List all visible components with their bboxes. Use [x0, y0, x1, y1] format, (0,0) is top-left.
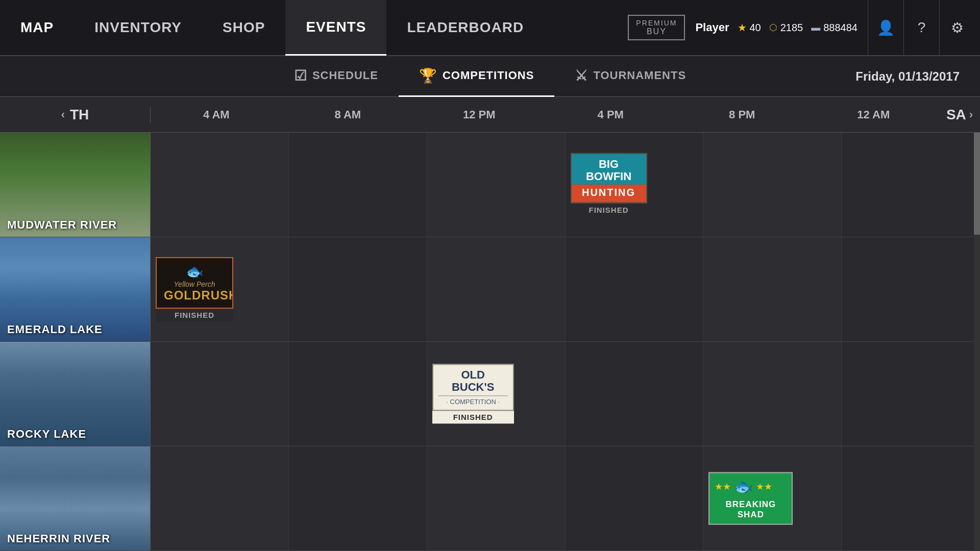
grid-cell — [289, 342, 427, 446]
player-stats: ★ 40 ⬡ 2185 ▬ 888484 — [738, 21, 858, 34]
location-row-mudwater: MUDWATER RIVER BIGBOWFIN HU — [0, 133, 980, 237]
location-row-emerald: EMERALD LAKE 🐟 Yellow Perch GOLDRUSH — [0, 237, 980, 342]
day-header: ‹ TH 4 AM 8 AM 12 PM 4 PM 8 PM 12 AM SA … — [0, 97, 980, 133]
bowfin-status: FINISHED — [571, 204, 647, 216]
grid-cell — [289, 133, 427, 237]
oldbuck-card[interactable]: OLDBUCK'S · COMPETITION · — [432, 364, 514, 411]
grid-cell — [842, 342, 980, 446]
time-4pm: 4 PM — [545, 108, 677, 121]
stat-stars: ★ 40 — [738, 21, 761, 34]
mudwater-thumb: MUDWATER RIVER — [0, 133, 151, 237]
competitions-icon: 🏆 — [419, 67, 437, 84]
rocky-thumb: ROCKY LAKE — [0, 342, 151, 446]
mudwater-bg: MUDWATER RIVER — [0, 133, 150, 237]
grid-cell — [566, 237, 704, 341]
time-headers: 4 AM 8 AM 12 PM 4 PM 8 PM 12 AM — [151, 108, 939, 121]
goldrush-status: FINISHED — [156, 309, 233, 321]
current-date: Friday, 01/13/2017 — [855, 69, 960, 84]
next-day-label: SA — [946, 107, 966, 123]
emerald-grid: 🐟 Yellow Perch GOLDRUSH FINISHED — [151, 237, 980, 341]
next-arrow[interactable]: › — [969, 108, 973, 121]
goldrush-inner: 🐟 Yellow Perch GOLDRUSH — [157, 258, 232, 308]
friends-icon[interactable]: 👤 — [868, 0, 903, 56]
bowfin-card[interactable]: BIGBOWFIN HUNTING — [571, 153, 647, 204]
event-bowfin[interactable]: BIGBOWFIN HUNTING FINISHED — [571, 153, 647, 216]
grid-cell — [427, 133, 566, 237]
tab-schedule[interactable]: ☑ SCHEDULE — [274, 56, 399, 97]
neherrin-grid: ★★ 🐟 ★★ BREAKING SHAD — [151, 446, 980, 550]
nav-shop[interactable]: SHOP — [202, 0, 285, 56]
grid-cell — [289, 237, 427, 341]
nav-inventory[interactable]: INVENTORY — [74, 0, 202, 56]
shad-stars: ★★ — [715, 481, 731, 492]
sub-nav-menu: ☑ SCHEDULE 🏆 COMPETITIONS ⚔ TOURNAMENTS — [0, 56, 980, 97]
prev-arrow[interactable]: ‹ — [61, 108, 65, 121]
bowfin-bottom: HUNTING — [572, 185, 646, 203]
tab-tournaments[interactable]: ⚔ TOURNAMENTS — [554, 56, 706, 97]
oldbuck-title: OLDBUCK'S — [438, 369, 508, 393]
bowfin-title-big: BIGBOWFIN — [577, 158, 641, 183]
time-8pm: 8 PM — [676, 108, 808, 121]
help-icon[interactable]: ? — [903, 0, 939, 56]
competitions-label: COMPETITIONS — [443, 69, 534, 82]
oldbuck-sub: · COMPETITION · — [438, 396, 508, 406]
grid-cell — [566, 446, 704, 550]
premium-label: PREMIUM — [636, 19, 677, 27]
location-row-neherrin: NEHERRIN RIVER ★★ 🐟 ★★ — [0, 446, 980, 551]
goldrush-fish-icon: 🐟 — [164, 263, 225, 280]
player-info: Player ★ 40 ⬡ 2185 ▬ 888484 — [695, 21, 857, 34]
rocky-grid: OLDBUCK'S · COMPETITION · FINISHED — [151, 342, 980, 446]
premium-button[interactable]: PREMIUM BUY — [628, 15, 685, 40]
settings-icon[interactable]: ⚙ — [939, 0, 975, 56]
grid-cell — [427, 237, 566, 341]
event-breakingshad[interactable]: ★★ 🐟 ★★ BREAKING SHAD — [708, 472, 793, 525]
tournaments-icon: ⚔ — [575, 67, 588, 84]
tournaments-label: TOURNAMENTS — [593, 69, 686, 82]
emerald-name: EMERALD LAKE — [7, 323, 103, 336]
shad-stars-right: ★★ — [756, 481, 772, 492]
mudwater-grid: BIGBOWFIN HUNTING FINISHED — [151, 133, 980, 237]
current-day-label: TH — [70, 107, 89, 123]
bowfin-hunt-label: HUNTING — [577, 187, 641, 198]
mudwater-name: MUDWATER RIVER — [7, 218, 117, 232]
grid-cell — [842, 237, 980, 341]
oldbuck-status: FINISHED — [432, 411, 514, 424]
breakingshad-title: BREAKING SHAD — [709, 499, 792, 524]
time-12pm: 12 PM — [413, 108, 545, 121]
top-navigation: MAP INVENTORY SHOP EVENTS LEADERBOARD PR… — [0, 0, 980, 56]
grid-cell — [289, 446, 427, 550]
star-icon: ★ — [738, 21, 747, 34]
shad-fish-icon: 🐟 — [734, 478, 753, 495]
neherrin-bg: NEHERRIN RIVER — [0, 446, 150, 550]
stat-coins: ⬡ 2185 — [769, 22, 803, 34]
breakingshad-inner: ★★ 🐟 ★★ — [709, 473, 792, 499]
grid-cell — [842, 446, 980, 550]
neherrin-thumb: NEHERRIN RIVER — [0, 446, 151, 550]
oldbuck-inner: OLDBUCK'S · COMPETITION · — [433, 365, 513, 410]
cash-count: 888484 — [823, 22, 857, 34]
goldrush-text: Yellow Perch — [164, 280, 225, 288]
breakingshad-card[interactable]: ★★ 🐟 ★★ BREAKING SHAD — [708, 472, 793, 525]
nav-events[interactable]: EVENTS — [285, 0, 386, 56]
event-goldrush[interactable]: 🐟 Yellow Perch GOLDRUSH FINISHED — [156, 257, 233, 321]
goldrush-card[interactable]: 🐟 Yellow Perch GOLDRUSH — [156, 257, 233, 309]
time-4am: 4 AM — [151, 108, 282, 121]
nav-map[interactable]: MAP — [0, 0, 74, 56]
time-12am: 12 AM — [808, 108, 940, 121]
next-day[interactable]: SA › — [939, 107, 980, 123]
grid-cell — [151, 446, 289, 550]
tab-competitions[interactable]: 🏆 COMPETITIONS — [399, 56, 554, 97]
grid-cell — [427, 446, 566, 550]
grid-cell — [151, 133, 289, 237]
sub-navigation: ☑ SCHEDULE 🏆 COMPETITIONS ⚔ TOURNAMENTS … — [0, 56, 980, 97]
prev-day[interactable]: ‹ TH — [0, 107, 151, 123]
buy-label: BUY — [647, 27, 667, 36]
rocky-name: ROCKY LAKE — [7, 428, 86, 441]
time-8am: 8 AM — [282, 108, 414, 121]
scrollbar[interactable] — [974, 133, 980, 551]
event-oldbuck[interactable]: OLDBUCK'S · COMPETITION · FINISHED — [432, 364, 514, 423]
scroll-thumb[interactable] — [974, 133, 980, 235]
nav-leaderboard[interactable]: LEADERBOARD — [386, 0, 544, 56]
emerald-thumb: EMERALD LAKE — [0, 237, 151, 341]
player-name: Player — [695, 21, 729, 34]
